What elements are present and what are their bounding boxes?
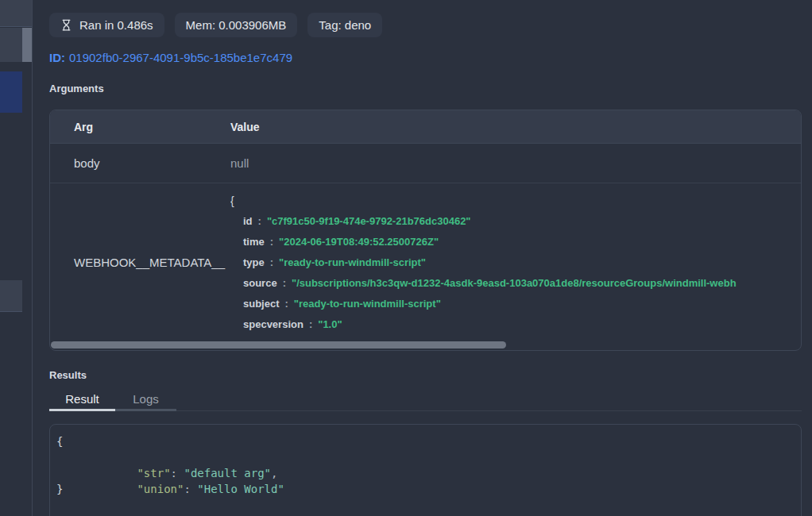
json-key: subject [243, 298, 280, 310]
json-colon: : [283, 277, 286, 289]
json-entry-specversion: specversion:"1.0" [230, 314, 801, 335]
json-value: "1.0" [318, 318, 342, 330]
json-viewer: { id:"c7f91c50-9f19-474e-9792-21b76dc304… [230, 183, 801, 341]
json-value: "/subscriptions/h3c3qw-d1232-4asdk-9easd… [292, 277, 737, 289]
json-entry-subject: subject:"ready-to-run-windmill-script" [230, 294, 801, 314]
sidebar-item-selected[interactable] [0, 71, 22, 113]
code-open-brace: { [56, 435, 63, 448]
job-run-panel: Ran in 0.486s Mem: 0.003906MB Tag: deno … [33, 0, 812, 516]
runtime-badge-label: Ran in 0.486s [79, 18, 153, 32]
column-header-value: Value [230, 121, 260, 133]
json-entry-source: source:"/subscriptions/h3c3qw-d1232-4asd… [230, 273, 801, 294]
tab-logs[interactable]: Logs [115, 389, 176, 411]
json-colon: : [309, 318, 312, 330]
result-json-block: { "str": "default arg", "union": "Hello … [49, 424, 802, 516]
json-colon: : [270, 256, 273, 268]
json-key: id [243, 215, 253, 227]
arguments-title: Arguments [49, 83, 812, 94]
tag-badge-label: Tag: deno [319, 18, 371, 32]
sidebar-item-top[interactable] [0, 0, 32, 27]
json-value: "ready-to-run-windmill-script" [279, 256, 426, 268]
job-id-line: ID:01902fb0-2967-4091-9b5c-185be1e7c479 [49, 51, 812, 64]
memory-badge: Mem: 0.003906MB [175, 13, 298, 37]
json-key: type [243, 256, 265, 268]
collapsed-sidebar [0, 0, 33, 516]
horizontal-scrollbar-thumb[interactable] [51, 341, 506, 348]
memory-badge-label: Mem: 0.003906MB [186, 18, 287, 32]
json-key: source [243, 277, 277, 289]
json-entry-time: time:"2024-06-19T08:49:52.2500726Z" [230, 232, 801, 252]
tab-result[interactable]: Result [49, 389, 115, 411]
run-detail-page: Ran in 0.486s Mem: 0.003906MB Tag: deno … [0, 0, 812, 516]
table-row-body: body null [50, 144, 801, 183]
arg-name: body [50, 156, 230, 170]
results-title: Results [49, 369, 812, 381]
table-row-webhook-metadata: WEBHOOK__METADATA__ { id:"c7f91c50-9f19-… [50, 183, 801, 341]
json-value: "2024-06-19T08:49:52.2500726Z" [279, 236, 439, 248]
code-separator: : [184, 483, 197, 495]
json-entry-type: type:"ready-to-run-windmill-script" [230, 252, 801, 273]
json-value: "ready-to-run-windmill-script" [294, 298, 441, 310]
sidebar-scrollbar[interactable] [22, 28, 32, 62]
job-id-link[interactable]: 01902fb0-2967-4091-9b5c-185be1e7c479 [69, 51, 292, 64]
json-colon: : [270, 236, 273, 248]
code-close-brace: } [56, 483, 63, 495]
job-id-label: ID: [49, 51, 65, 64]
runtime-badge: Ran in 0.486s [49, 13, 164, 37]
sidebar-item[interactable] [0, 280, 22, 312]
hourglass-icon [60, 19, 72, 31]
arguments-table-header: Arg Value [50, 110, 801, 144]
arg-name: WEBHOOK__METADATA__ [50, 256, 230, 269]
json-open-brace: { [230, 194, 234, 207]
code-string: "default arg" [184, 467, 271, 479]
results-tabbar: Result Logs [49, 389, 802, 411]
json-colon: : [258, 215, 261, 227]
horizontal-scrollbar-track [50, 341, 801, 350]
json-value: "c7f91c50-9f19-474e-9792-21b76dc30462" [267, 215, 471, 227]
json-entry-id: id:"c7f91c50-9f19-474e-9792-21b76dc30462… [230, 211, 801, 232]
json-key: specversion [243, 318, 304, 330]
column-header-arg: Arg [50, 121, 230, 133]
code-key: "str" [137, 467, 170, 479]
code-line-str: "str": "default arg", [56, 449, 795, 465]
arg-value-null: null [230, 156, 249, 170]
tag-badge: Tag: deno [307, 13, 382, 37]
sidebar-item[interactable] [0, 28, 22, 62]
arguments-table: Arg Value body null WEBHOOK__METADATA__ … [49, 110, 802, 351]
code-separator: : [171, 467, 184, 479]
json-colon: : [285, 298, 288, 310]
json-key: time [243, 236, 265, 248]
code-comma: , [271, 467, 277, 479]
run-stats-badges: Ran in 0.486s Mem: 0.003906MB Tag: deno [49, 13, 812, 37]
code-string: "Hello World" [197, 483, 284, 495]
code-key: "union" [137, 483, 184, 495]
